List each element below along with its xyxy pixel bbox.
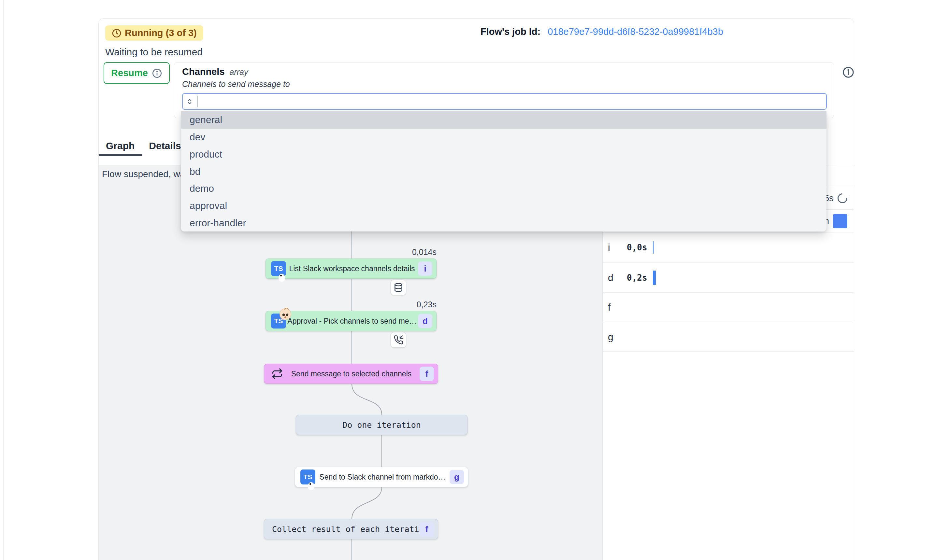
node-duration: 0,23s	[265, 300, 436, 309]
resume-button-label: Resume	[111, 68, 148, 78]
flow-node-forloop[interactable]: Send message to selected channels f	[264, 364, 438, 384]
typescript-deno-icon: TS	[271, 261, 286, 276]
repeat-icon	[271, 368, 283, 380]
step-row-f[interactable]: f	[603, 293, 854, 322]
field-description: Channels to send message to	[182, 80, 290, 89]
flow-node-do-one-iteration[interactable]: Do one iteration	[296, 415, 467, 435]
legend-color-swatch	[833, 214, 847, 228]
dropdown-option-bd[interactable]: bd	[181, 163, 826, 180]
clock-icon	[112, 28, 122, 38]
step-id: f	[608, 302, 627, 313]
node-label: Do one iteration	[296, 420, 467, 430]
chevrons-up-down-icon	[185, 97, 194, 106]
dropdown-option-dev[interactable]: dev	[181, 129, 826, 146]
flow-node-collect-result[interactable]: Collect result of each iteration f	[264, 519, 438, 539]
node-label: Collect result of each iteration	[272, 525, 419, 534]
step-id: d	[608, 272, 627, 283]
dropdown-option-general[interactable]: general	[181, 111, 826, 129]
flow-run-page: Running (3 of 3) Flow's job Id: 018e79e7…	[0, 0, 948, 560]
step-row-d[interactable]: d 0,2s	[603, 263, 854, 293]
resume-button[interactable]: Resume	[103, 62, 170, 84]
step-id: g	[608, 331, 627, 343]
database-icon	[391, 280, 406, 295]
step-id-badge: i	[418, 262, 432, 276]
flow-node-approval[interactable]: TS Approval - Pick channels to send me… …	[265, 311, 436, 331]
node-duration: 0,014s	[265, 248, 436, 257]
step-duration: 0,0s	[627, 243, 653, 252]
node-label: Approval - Pick channels to send me…	[286, 317, 418, 326]
form-info-icon[interactable]	[842, 66, 854, 78]
status-badge: Running (3 of 3)	[105, 25, 203, 41]
status-badge-label: Running (3 of 3)	[125, 28, 197, 38]
tab-graph[interactable]: Graph	[99, 137, 142, 156]
node-label: Send to Slack channel from markdo…	[315, 473, 450, 482]
step-row-i[interactable]: i 0,0s	[603, 232, 854, 263]
step-row-g[interactable]: g	[603, 322, 854, 352]
step-id-badge: f	[419, 522, 434, 536]
step-id: i	[608, 242, 627, 253]
flow-run-card: Running (3 of 3) Flow's job Id: 018e79e7…	[99, 18, 854, 560]
dropdown-option-approval[interactable]: approval	[181, 197, 826, 215]
typescript-baby-icon: TS	[271, 314, 286, 329]
view-tabs: Graph Details	[99, 137, 188, 156]
field-name: Channels	[182, 66, 225, 77]
dropdown-option-error-handler[interactable]: error-handler	[181, 214, 826, 231]
phone-incoming-icon	[391, 332, 406, 348]
step-id-badge: f	[419, 367, 434, 381]
field-type: array	[230, 68, 248, 77]
flow-node-send-to-slack[interactable]: TS Send to Slack channel from markdo… g	[295, 467, 468, 487]
channels-dropdown: general dev product bd demo approval err…	[181, 111, 826, 231]
step-duration: 0,2s	[627, 273, 653, 283]
dropdown-option-product[interactable]: product	[181, 146, 826, 163]
waiting-text: Waiting to be resumed	[105, 46, 203, 58]
typescript-deno-icon: TS	[301, 469, 315, 485]
duration-bar	[653, 241, 654, 254]
step-id-badge: g	[450, 470, 464, 484]
refresh-icon[interactable]	[835, 191, 849, 205]
flow-node-list-channels[interactable]: TS List Slack workspace channels details…	[265, 258, 436, 279]
job-id-line: Flow's job Id: 018e79e7-99dd-d6f8-5232-0…	[481, 26, 723, 37]
resume-form: Channels array Channels to send message …	[174, 62, 834, 118]
job-id-label: Flow's job Id:	[481, 26, 541, 37]
dropdown-option-demo[interactable]: demo	[181, 180, 826, 197]
resume-info-icon[interactable]	[152, 68, 162, 78]
duration-bar	[653, 271, 656, 285]
node-label: List Slack workspace channels details	[286, 265, 418, 273]
node-label: Send message to selected channels	[283, 369, 419, 378]
field-title-row: Channels array	[182, 66, 248, 77]
text-caret	[197, 96, 197, 107]
channels-input[interactable]	[182, 93, 827, 110]
step-id-badge: d	[418, 314, 432, 328]
job-id-link[interactable]: 018e79e7-99dd-d6f8-5232-0a99981f4b3b	[548, 26, 723, 37]
